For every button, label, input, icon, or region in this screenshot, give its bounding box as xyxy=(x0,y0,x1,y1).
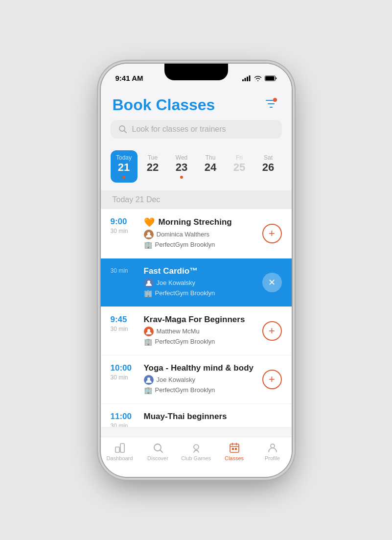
svg-rect-3 xyxy=(249,75,250,81)
date-day-tue: Tue xyxy=(148,154,158,161)
nav-label-club-games: Club Games xyxy=(181,455,211,461)
class-name-3: Krav-Maga For Beginners xyxy=(144,315,245,325)
date-num-tue: 22 xyxy=(147,161,159,174)
search-bar[interactable]: Look for classes or trainers xyxy=(111,120,282,139)
nav-label-classes: Classes xyxy=(225,455,244,461)
class-name-row-2: Fast Cardio™ xyxy=(144,266,262,276)
class-duration-4: 30 min xyxy=(111,374,140,381)
nav-label-profile: Profile xyxy=(265,455,280,461)
date-num-sat: 26 xyxy=(262,161,274,174)
date-nodot-sat xyxy=(267,176,270,179)
class-duration-5: 30 min xyxy=(111,423,140,427)
class-trainer-2: Joe Kowalsky xyxy=(157,279,195,286)
add-button-3[interactable]: + xyxy=(262,321,282,341)
svg-line-8 xyxy=(124,130,126,133)
classes-icon xyxy=(229,442,240,454)
date-nodot-fri xyxy=(238,176,241,179)
gym-icon-3: 🏢 xyxy=(144,338,152,346)
status-time: 9:41 AM xyxy=(115,74,143,82)
svg-rect-14 xyxy=(120,444,124,452)
date-day-thu: Thu xyxy=(206,154,216,161)
class-gym-3: PerfectGym Brooklyn xyxy=(155,338,215,345)
page-header: Book Classes xyxy=(101,88,292,120)
class-trainer-1: Dominica Walthers xyxy=(157,231,210,238)
date-num-thu: 24 xyxy=(205,161,216,174)
filter-button[interactable] xyxy=(264,97,280,113)
class-name-row-3: Krav-Maga For Beginners xyxy=(144,315,262,325)
svg-point-6 xyxy=(273,98,277,102)
bottom-nav: Dashboard Discover Club Games xyxy=(101,437,292,477)
class-trainer-row-2: Joe Kowalsky xyxy=(144,278,262,288)
class-item-fast-cardio: 30 min Fast Cardio™ Joe Kowalsky xyxy=(101,258,292,307)
search-icon xyxy=(118,125,127,134)
svg-rect-0 xyxy=(242,79,244,81)
class-time-3: 9:45 xyxy=(111,315,140,325)
svg-rect-1 xyxy=(244,78,246,81)
class-name-4: Yoga - Healthy mind & body xyxy=(144,363,254,373)
date-item-tue[interactable]: Tue 22 xyxy=(139,150,166,183)
date-num-wed: 23 xyxy=(176,161,187,174)
date-item-sat[interactable]: Sat 26 xyxy=(255,150,282,183)
date-day-today: Today xyxy=(116,154,132,161)
gym-icon-4: 🏢 xyxy=(144,386,152,394)
class-list: 9:00 30 min 🧡 Morning Streching Domin xyxy=(101,209,292,427)
date-item-fri[interactable]: Fri 25 xyxy=(226,150,253,183)
class-item-muay-thai: 11:00 30 min Muay-Thai beginners xyxy=(101,404,292,427)
battery-icon xyxy=(265,75,277,81)
add-button-4[interactable]: + xyxy=(262,370,282,389)
signal-icon xyxy=(242,75,251,81)
date-dot-wed xyxy=(180,176,183,179)
gym-icon-1: 🏢 xyxy=(144,241,152,249)
heart-icon-1: 🧡 xyxy=(144,217,155,228)
class-trainer-4: Joe Kowalsky xyxy=(157,376,195,383)
class-gym-row-1: 🏢 PerfectGym Brooklyn xyxy=(144,241,262,249)
close-button-2[interactable]: ✕ xyxy=(262,273,282,292)
svg-point-17 xyxy=(194,445,199,449)
dashboard-icon xyxy=(114,442,126,454)
section-date: 21 Dec xyxy=(133,195,160,204)
date-day-sat: Sat xyxy=(264,154,273,161)
section-label: Today 21 Dec xyxy=(101,190,292,209)
svg-line-16 xyxy=(160,450,162,452)
class-duration-3: 30 min xyxy=(111,326,140,332)
date-item-wed[interactable]: Wed 23 xyxy=(168,150,195,183)
class-time-5: 11:00 xyxy=(111,412,140,422)
class-trainer-row-4: Joe Kowalsky xyxy=(144,375,262,385)
date-day-wed: Wed xyxy=(176,154,187,161)
discover-icon xyxy=(152,442,164,454)
class-time-1: 9:00 xyxy=(111,217,140,227)
class-time-col-3: 9:45 30 min xyxy=(111,315,140,332)
class-info-2: Fast Cardio™ Joe Kowalsky 🏢 PerfectGym B… xyxy=(140,266,262,299)
class-name-2: Fast Cardio™ xyxy=(144,266,198,276)
svg-rect-13 xyxy=(115,447,119,452)
class-item-morning-streching: 9:00 30 min 🧡 Morning Streching Domin xyxy=(101,209,292,258)
class-name-row-5: Muay-Thai beginners xyxy=(144,412,282,422)
class-info-3: Krav-Maga For Beginners Matthew McMu 🏢 P… xyxy=(140,315,262,347)
date-item-thu[interactable]: Thu 24 xyxy=(197,150,224,183)
date-dot-today xyxy=(122,176,125,179)
trainer-avatar-3 xyxy=(144,327,154,336)
date-item-today[interactable]: Today 21 xyxy=(111,150,138,183)
nav-item-discover[interactable]: Discover xyxy=(139,442,177,461)
trainer-avatar-1 xyxy=(144,230,154,239)
nav-item-club-games[interactable]: Club Games xyxy=(177,442,215,461)
wifi-icon xyxy=(254,75,262,81)
nav-label-dashboard: Dashboard xyxy=(107,455,133,461)
nav-item-profile[interactable]: Profile xyxy=(254,442,292,461)
svg-rect-5 xyxy=(265,76,274,80)
class-time-col-2: 30 min xyxy=(111,266,140,274)
date-strip: Today 21 Tue 22 Wed 23 Thu 24 xyxy=(101,146,292,190)
date-day-fri: Fri xyxy=(236,154,243,161)
club-games-icon xyxy=(190,442,202,454)
status-icons xyxy=(242,75,277,81)
class-gym-1: PerfectGym Brooklyn xyxy=(155,241,215,248)
nav-item-dashboard[interactable]: Dashboard xyxy=(101,442,139,461)
trainer-avatar-2 xyxy=(144,278,154,288)
screen: 9:41 AM xyxy=(101,64,292,477)
nav-label-discover: Discover xyxy=(147,455,168,461)
nav-item-classes[interactable]: Classes xyxy=(215,442,254,461)
add-button-1[interactable]: + xyxy=(262,224,282,243)
class-info-4: Yoga - Healthy mind & body Joe Kowalsky … xyxy=(140,363,262,396)
date-nodot-tue xyxy=(151,176,154,179)
date-nodot-thu xyxy=(209,176,212,179)
